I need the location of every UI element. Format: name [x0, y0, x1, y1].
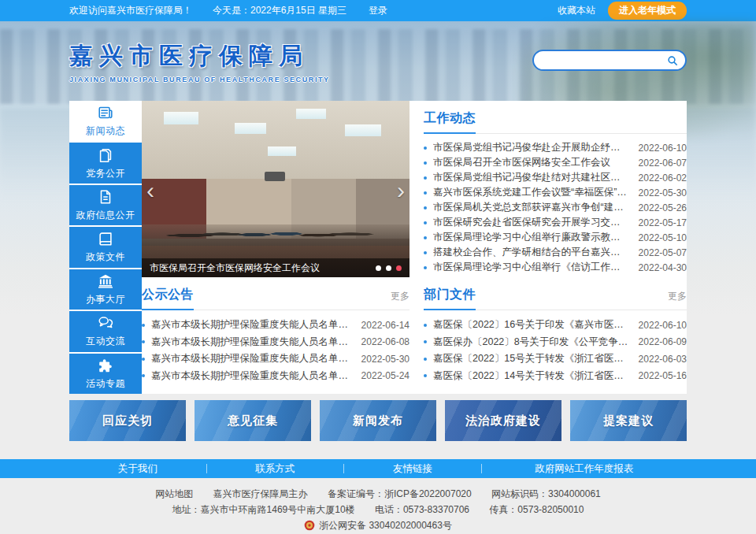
news-item-title[interactable]: 市医保局机关党总支部获评嘉兴市争创“建设清廉机...: [433, 201, 629, 214]
bullet-icon: [424, 161, 427, 165]
announcement-item[interactable]: 嘉兴市本级长期护理保险重度失能人员名单公示（2... 2022-06-08: [142, 334, 410, 351]
dept-files-title[interactable]: 部门文件: [424, 287, 476, 310]
work-news-list: 市医保局党组书记冯俊华赴企开展助企纾困活动 2022-06-10 市医保局召开全…: [424, 134, 687, 275]
footer-nav-bar: 关于我们 联系方式 友情链接 政府网站工作年度报表: [0, 459, 756, 478]
bullet-icon: [424, 340, 427, 343]
news-item-date: 2022-05-17: [639, 217, 687, 228]
announcement-item-date: 2022-06-08: [361, 336, 410, 347]
news-item-title[interactable]: 市医保局党组书记冯俊华赴企开展助企纾困活动: [433, 141, 629, 154]
news-item-title[interactable]: 市医保研究会赴省医保研究会开展学习交流活动: [433, 216, 629, 229]
footer-link-contact[interactable]: 联系方式: [207, 462, 344, 476]
announcement-item[interactable]: 嘉兴市本级长期护理保险重度失能人员名单公示（2... 2022-05-30: [142, 350, 410, 368]
announcement-item-title[interactable]: 嘉兴市本级长期护理保险重度失能人员名单公示（2...: [151, 336, 352, 349]
announcements-title[interactable]: 公示公告: [142, 287, 194, 310]
announcement-item-date: 2022-06-14: [361, 320, 410, 331]
carousel-prev-arrow[interactable]: ‹: [146, 179, 154, 202]
dept-files-more-link[interactable]: 更多: [668, 290, 687, 310]
news-item-title[interactable]: 市医保局理论学习中心组举行廉政警示教育专题学习...: [433, 231, 629, 244]
sidebar-item-special-topics[interactable]: 活动专题: [69, 354, 142, 394]
dept-file-item-title[interactable]: 嘉医保〔2022〕16号关于印发《嘉兴市医疗保...: [433, 318, 629, 332]
carousel-caption[interactable]: 市医保局召开全市医保网络安全工作会议: [150, 261, 369, 275]
news-item[interactable]: 市医保局党组书记冯俊华赴结对共建社区指导全国文... 2022-06-02: [424, 170, 687, 185]
carousel-photo-ceiling: [142, 101, 410, 179]
bank-icon: [97, 273, 114, 290]
carousel-next-arrow[interactable]: ›: [397, 179, 405, 202]
footer-link-annual-report[interactable]: 政府网站工作年度报表: [482, 462, 687, 476]
sidebar-item-service-hall[interactable]: 办事大厅: [69, 269, 142, 310]
elder-mode-button[interactable]: 进入老年模式: [608, 2, 687, 20]
banner-proposals[interactable]: 提案建议: [570, 400, 687, 441]
carousel-photo-projector: [265, 172, 285, 181]
news-item[interactable]: 市医保局理论学习中心组举行廉政警示教育专题学习... 2022-05-10: [424, 230, 687, 245]
news-item-title[interactable]: 市医保局召开全市医保网络安全工作会议: [433, 156, 629, 169]
banner-rule-of-law-gov[interactable]: 法治政府建设: [445, 400, 561, 441]
today-date: 今天是：2022年6月15日 星期三: [213, 4, 346, 17]
sidebar-item-interaction[interactable]: 互动交流: [69, 311, 142, 351]
dept-file-item-title[interactable]: 嘉医保办〔2022〕8号关于印发《公平竞争审查...: [433, 336, 629, 349]
fax-text: 传真：0573-82050010: [489, 504, 584, 515]
phone-text: 电话：0573-83370706: [375, 504, 469, 515]
announcement-item-title[interactable]: 嘉兴市本级长期护理保险重度失能人员名单公示（2...: [151, 352, 352, 365]
favorite-link[interactable]: 收藏本站: [558, 4, 595, 17]
announcement-item[interactable]: 嘉兴市本级长期护理保险重度失能人员名单公示（2... 2022-05-24: [142, 368, 410, 385]
news-item-date: 2022-05-07: [639, 247, 687, 258]
welcome-text: 欢迎访问嘉兴市医疗保障局！: [69, 4, 192, 17]
announcement-item-title[interactable]: 嘉兴市本级长期护理保险重度失能人员名单公示（2...: [151, 369, 352, 383]
login-link[interactable]: 登录: [369, 4, 387, 17]
news-item-title[interactable]: 市医保局党组书记冯俊华赴结对共建社区指导全国文...: [433, 171, 629, 184]
site-sponsor: 嘉兴市医疗保障局主办: [213, 488, 308, 499]
dept-file-item[interactable]: 嘉医保〔2022〕16号关于印发《嘉兴市医疗保... 2022-06-10: [424, 317, 687, 334]
carousel-caption-bar: 市医保局召开全市医保网络安全工作会议: [142, 258, 410, 277]
sidebar-item-news[interactable]: 新闻动态: [69, 101, 142, 141]
dept-file-item-date: 2022-06-03: [639, 354, 687, 365]
pages-icon: [97, 146, 114, 164]
dept-file-item[interactable]: 嘉医保〔2022〕15号关于转发《浙江省医疗保... 2022-06-03: [424, 350, 687, 368]
carousel-dot[interactable]: [376, 265, 381, 271]
banner-news-release[interactable]: 新闻发布: [320, 400, 436, 441]
sidebar-item-party-affairs[interactable]: 党务公开: [69, 143, 142, 183]
site-logo[interactable]: 嘉兴市医疗保障局 JIAXING MUNICIPAL BUREAU OF HEA…: [69, 40, 330, 83]
news-item-date: 2022-06-10: [639, 143, 687, 154]
sidebar-item-policy-files[interactable]: 政策文件: [69, 227, 142, 267]
news-item-date: 2022-05-10: [639, 232, 687, 243]
dept-file-item[interactable]: 嘉医保〔2022〕14号关于转发《浙江省医疗保... 2022-05-16: [424, 368, 687, 385]
banner-respond-concerns[interactable]: 回应关切: [69, 400, 186, 441]
news-item-date: 2022-05-26: [639, 202, 687, 213]
news-item[interactable]: 市医保局理论学习中心组举行《信访工作条例》专题... 2022-04-30: [424, 260, 687, 275]
bullet-icon: [424, 191, 427, 195]
announcements-more-link[interactable]: 更多: [391, 290, 410, 310]
announcement-item-title[interactable]: 嘉兴市本级长期护理保险重度失能人员名单公示（2...: [151, 318, 352, 332]
bullet-icon: [142, 340, 145, 343]
icp-number: 备案证编号：浙ICP备2022007020: [328, 488, 472, 499]
news-item[interactable]: 市医保研究会赴省医保研究会开展学习交流活动 2022-05-17: [424, 215, 687, 230]
news-item-title[interactable]: 嘉兴市医保系统党建工作会议暨“幸福医保”党建联...: [433, 186, 629, 199]
carousel-dot[interactable]: [386, 265, 391, 271]
document-icon: [97, 188, 114, 206]
banner-opinion-collection[interactable]: 意见征集: [195, 400, 311, 441]
news-carousel[interactable]: ‹ › 市医保局召开全市医保网络安全工作会议: [142, 101, 410, 277]
news-item[interactable]: 市医保局召开全市医保网络安全工作会议 2022-06-07: [424, 155, 687, 170]
news-item-date: 2022-06-07: [639, 158, 687, 169]
public-security-number[interactable]: 浙公网安备 33040202000463号: [319, 520, 452, 531]
dept-file-item[interactable]: 嘉医保办〔2022〕8号关于印发《公平竞争审查... 2022-06-09: [424, 334, 687, 351]
news-item[interactable]: 嘉兴市医保系统党建工作会议暨“幸福医保”党建联... 2022-05-30: [424, 185, 687, 200]
news-item[interactable]: 市医保局机关党总支部获评嘉兴市争创“建设清廉机... 2022-05-26: [424, 200, 687, 215]
footer-link-friendly-links[interactable]: 友情链接: [344, 462, 481, 476]
sitemap-link[interactable]: 网站地图: [155, 488, 193, 499]
search-box[interactable]: [532, 50, 687, 71]
footer-link-about[interactable]: 关于我们: [69, 462, 206, 476]
sidebar-item-gov-info[interactable]: 政府信息公开: [69, 185, 142, 225]
news-item-title[interactable]: 搭建校企合作、产学研相结合的平台嘉兴市长期护理...: [433, 246, 629, 259]
dept-file-item-title[interactable]: 嘉医保〔2022〕15号关于转发《浙江省医疗保...: [433, 352, 629, 365]
dept-file-item-title[interactable]: 嘉医保〔2022〕14号关于转发《浙江省医疗保...: [433, 369, 629, 383]
search-icon[interactable]: [666, 54, 679, 67]
search-input[interactable]: [543, 55, 666, 66]
section-dept-files: 部门文件 更多 嘉医保〔2022〕16号关于印发《嘉兴市医疗保... 2022-…: [424, 277, 687, 394]
news-item-title[interactable]: 市医保局理论学习中心组举行《信访工作条例》专题...: [433, 261, 629, 274]
announcement-item[interactable]: 嘉兴市本级长期护理保险重度失能人员名单公示（2... 2022-06-14: [142, 317, 410, 334]
news-item[interactable]: 市医保局党组书记冯俊华赴企开展助企纾困活动 2022-06-10: [424, 140, 687, 155]
bullet-icon: [424, 206, 427, 210]
work-news-title[interactable]: 工作动态: [424, 110, 476, 134]
carousel-dot[interactable]: [396, 265, 402, 271]
news-item[interactable]: 搭建校企合作、产学研相结合的平台嘉兴市长期护理... 2022-05-07: [424, 245, 687, 260]
